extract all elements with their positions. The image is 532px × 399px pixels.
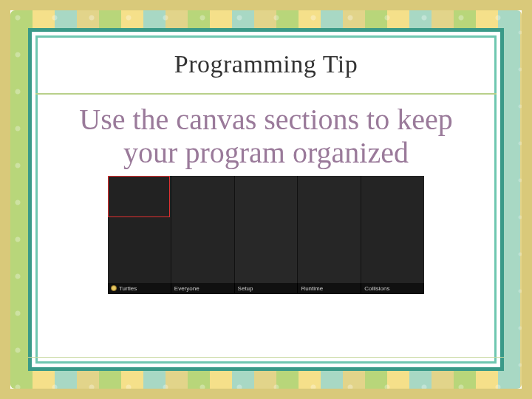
canvas-column [235, 176, 299, 283]
canvas-label-text: Everyone [174, 285, 200, 292]
canvas-label: Runtime [298, 283, 361, 294]
canvas-label: Setup [235, 283, 299, 294]
canvas-label-text: Turtles [119, 285, 137, 292]
canvas-label-text: Runtime [301, 285, 323, 292]
canvas-column [361, 176, 424, 283]
canvas-columns [108, 176, 424, 283]
canvas-label-text: Setup [238, 285, 253, 292]
title-area: Programming Tip [41, 41, 491, 89]
canvas-column [171, 176, 235, 283]
slide-title: Programming Tip [71, 50, 461, 78]
canvas-label: Turtles [108, 283, 171, 294]
body-area: Use the canvas sections to keep your pro… [41, 95, 491, 358]
highlight-box [108, 176, 170, 217]
canvas-screenshot: Turtles Everyone Setup Runtime Collision… [108, 176, 424, 294]
footer-divider [28, 357, 504, 358]
slide-body-text: Use the canvas sections to keep your pro… [56, 103, 476, 170]
turtle-icon [111, 285, 117, 291]
canvas-column [298, 176, 361, 283]
content-area: Programming Tip Use the canvas sections … [41, 41, 491, 358]
canvas-label-text: Collisions [364, 285, 389, 292]
canvas-label: Collisions [361, 283, 424, 294]
canvas-label: Everyone [171, 283, 235, 294]
canvas-labels-row: Turtles Everyone Setup Runtime Collision… [108, 283, 424, 294]
slide: Programming Tip Use the canvas sections … [0, 0, 532, 399]
canvas-column [108, 176, 171, 283]
